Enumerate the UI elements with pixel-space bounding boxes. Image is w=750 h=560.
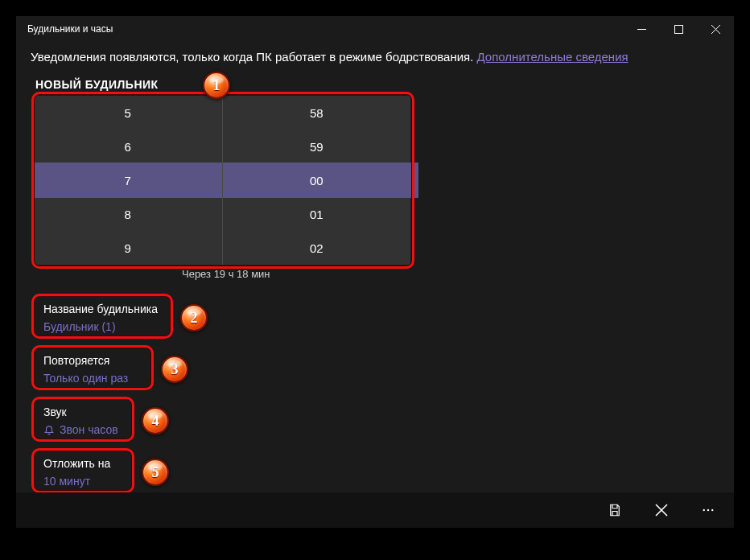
titlebar: Будильники и часы (16, 16, 734, 42)
minute-option[interactable]: 58 (223, 96, 411, 130)
annotation-callout: 4 (142, 407, 169, 434)
content-area: Уведомления появляются, только когда ПК … (16, 42, 734, 494)
hour-option[interactable]: 9 (34, 231, 222, 265)
alarm-name-value: Будильник (1) (43, 320, 158, 333)
hour-option[interactable]: 8 (34, 197, 222, 231)
annotation-callout: 5 (142, 459, 169, 486)
maximize-button[interactable] (660, 16, 697, 42)
time-picker-container: 5 6 7 8 9 58 59 00 01 02 1 (34, 96, 418, 265)
alarm-name-label: Название будильника (43, 303, 158, 315)
hour-option-selected[interactable]: 7 (34, 163, 222, 197)
minute-option-selected[interactable]: 00 (223, 163, 411, 197)
notification-message: Уведомления появляются, только когда ПК … (27, 42, 723, 75)
cancel-button[interactable] (652, 500, 671, 520)
svg-point-6 (703, 509, 705, 511)
minimize-button[interactable] (623, 16, 660, 42)
alarm-snooze-label: Отложить на (43, 457, 110, 470)
more-button[interactable] (698, 500, 718, 520)
save-button[interactable] (605, 500, 624, 520)
annotation-callout: 1 (203, 72, 230, 99)
app-window: Будильники и часы Уведомления появляются… (16, 16, 734, 528)
hours-column[interactable]: 5 6 7 8 9 (34, 96, 222, 265)
bottom-toolbar (16, 492, 734, 528)
alarm-repeat-value: Только один раз (43, 372, 128, 385)
window-title: Будильники и часы (27, 23, 113, 35)
alarm-sound-option[interactable]: Звук Звон часов 4 (34, 399, 723, 443)
time-picker[interactable]: 5 6 7 8 9 58 59 00 01 02 (34, 96, 410, 265)
notification-text: Уведомления появляются, только когда ПК … (31, 50, 477, 64)
time-until-alarm: Через 19 ч 18 мин (27, 265, 723, 288)
window-controls (623, 16, 734, 42)
alarm-name-option[interactable]: Название будильника Будильник (1) 2 (34, 296, 723, 340)
alarm-sound-text: Звон часов (60, 423, 118, 436)
section-title: НОВЫЙ БУДИЛЬНИК (27, 75, 723, 96)
svg-point-8 (711, 509, 713, 511)
annotation-callout: 3 (161, 356, 188, 383)
alarm-repeat-label: Повторяется (43, 354, 128, 367)
alarm-snooze-value: 10 минут (43, 475, 110, 488)
svg-point-7 (707, 509, 709, 511)
hour-option[interactable]: 6 (34, 130, 222, 163)
learn-more-link[interactable]: Дополнительные сведения (477, 50, 628, 64)
minute-option[interactable]: 01 (223, 197, 411, 231)
alarm-sound-label: Звук (43, 406, 118, 418)
alarm-sound-value: Звон часов (43, 423, 118, 436)
minute-option[interactable]: 59 (223, 130, 411, 163)
alarm-repeat-option[interactable]: Повторяется Только один раз 3 (34, 348, 723, 391)
annotation-callout: 2 (180, 304, 208, 331)
close-button[interactable] (697, 16, 734, 42)
minute-option[interactable]: 02 (223, 231, 411, 265)
svg-rect-1 (674, 25, 682, 33)
alarm-snooze-option[interactable]: Отложить на 10 минут 5 (34, 451, 723, 494)
bell-icon (43, 424, 55, 435)
minutes-column[interactable]: 58 59 00 01 02 (222, 96, 411, 265)
hour-option[interactable]: 5 (34, 96, 222, 130)
